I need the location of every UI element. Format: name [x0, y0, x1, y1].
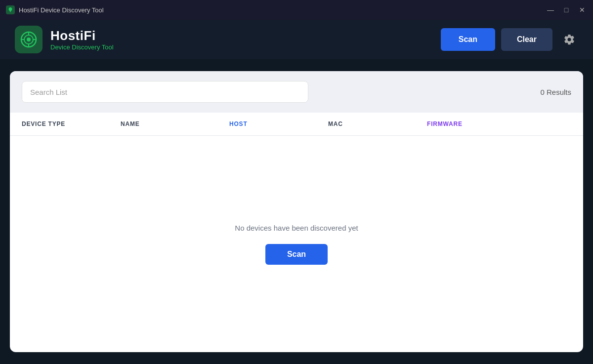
empty-message: No devices have been discovered yet: [235, 224, 358, 232]
search-bar: 0 Results: [10, 71, 583, 113]
table-section: DEVICE TYPE NAME HOST MAC FIRMWARE No de…: [10, 113, 583, 352]
app-icon-small: [6, 5, 15, 14]
scan-center-button[interactable]: Scan: [265, 244, 328, 265]
close-button[interactable]: ✕: [577, 5, 587, 15]
maximize-button[interactable]: □: [561, 5, 571, 15]
results-count: 0 Results: [540, 88, 571, 96]
table-header: DEVICE TYPE NAME HOST MAC FIRMWARE: [10, 113, 583, 136]
table-body: No devices have been discovered yet Scan: [10, 136, 583, 352]
search-input[interactable]: [22, 81, 308, 103]
main-content: 0 Results DEVICE TYPE NAME HOST MAC FIRM…: [0, 59, 593, 364]
svg-point-3: [27, 38, 31, 41]
minimize-button[interactable]: —: [546, 5, 555, 15]
app-header: HostiFi Device Discovery Tool Scan Clear: [0, 20, 593, 59]
gear-icon: [563, 34, 575, 45]
title-bar-left: HostiFi Device Discovery Tool: [6, 5, 104, 14]
brand-subtitle: Device Discovery Tool: [50, 43, 114, 51]
col-host: HOST: [229, 121, 328, 127]
brand-text: HostiFi Device Discovery Tool: [50, 28, 114, 51]
brand-logo-icon: [20, 31, 38, 48]
app-title: HostiFi Device Discovery Tool: [19, 6, 104, 14]
col-name: NAME: [121, 121, 229, 127]
content-card: 0 Results DEVICE TYPE NAME HOST MAC FIRM…: [10, 71, 583, 352]
col-firmware: FIRMWARE: [427, 121, 571, 127]
col-mac: MAC: [328, 121, 427, 127]
clear-button[interactable]: Clear: [501, 28, 552, 51]
col-device-type: DEVICE TYPE: [22, 121, 121, 127]
header-actions: Scan Clear: [441, 28, 578, 51]
brand-name: HostiFi: [50, 28, 114, 43]
brand-logo: [15, 26, 42, 53]
scan-button[interactable]: Scan: [441, 28, 495, 51]
brand-section: HostiFi Device Discovery Tool: [15, 26, 114, 53]
settings-button[interactable]: [560, 31, 578, 48]
title-bar: HostiFi Device Discovery Tool — □ ✕: [0, 0, 593, 20]
window-controls: — □ ✕: [546, 5, 587, 15]
